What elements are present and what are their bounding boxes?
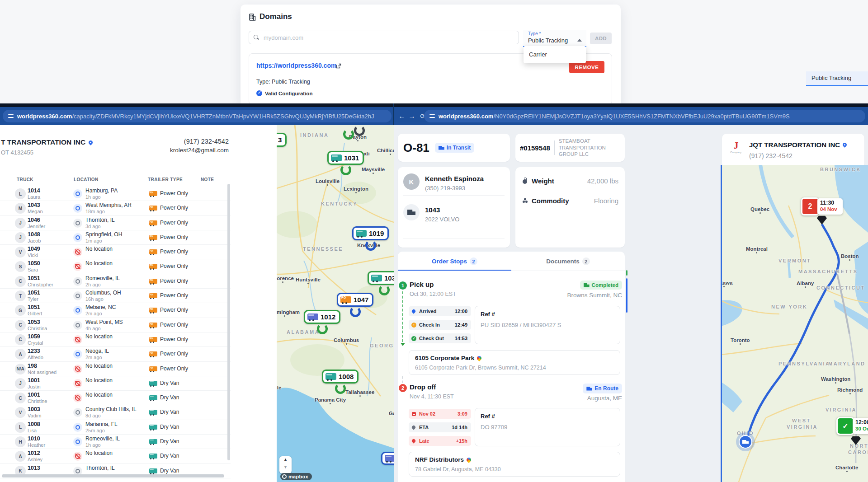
marker-pointer	[317, 323, 328, 334]
caret-up-icon	[577, 39, 582, 42]
truck-marker[interactable]: 103	[368, 271, 394, 285]
table-row[interactable]: C 1051 Christopher Romeoville, IL 2h ago…	[0, 274, 231, 289]
site-settings-icon[interactable]	[429, 113, 435, 119]
divider	[554, 140, 555, 155]
truck-marker[interactable]: 1031	[327, 151, 364, 165]
horizontal-scrollbar[interactable]	[2, 474, 224, 477]
zoom-out-button[interactable]	[279, 465, 292, 473]
load-details-card: Weight 42,000 lbs Commodity Flooring	[515, 167, 625, 248]
dropoff-place-card: NRF Distributors 78 Gabriel Dr, Augusta,…	[409, 452, 620, 477]
dropoff-eta-tooltip: 11:30 04 Nov	[817, 198, 843, 215]
dropoff-map-marker[interactable]: 2	[801, 197, 819, 215]
left-address-bar[interactable]: worldpress360.com/capacity/ZDFkMVRkcy1MY…	[3, 110, 392, 122]
table-row[interactable]: M 1043 Megan West Memphis, AR 18m ago Po…	[0, 201, 231, 215]
order-id: O-81	[403, 141, 429, 155]
table-row[interactable]: A 1233 Alfredo Neoga, IL 2m ago Power On…	[0, 347, 231, 361]
dropoff-city: Augusta, ME	[587, 395, 622, 402]
state-label: VIRGINIA	[826, 407, 857, 412]
location-pin-icon[interactable]	[842, 142, 848, 148]
marker-pointer	[343, 129, 354, 140]
truck-marker[interactable]: 1008	[322, 370, 359, 384]
state-label: ALABAMA	[287, 329, 320, 335]
location-status-icon	[73, 423, 82, 432]
table-row[interactable]: J 1001 Justin No location Dry Van	[0, 376, 231, 391]
scroll-indicator-blue[interactable]	[626, 278, 627, 313]
type-select[interactable]: Type * Public Tracking	[523, 30, 586, 47]
weight-value: 42,000 lbs	[587, 177, 618, 185]
driver-name: Jacob	[28, 238, 41, 244]
table-row[interactable]: J 1048 Jacob Springfield, OH 1m ago Powe…	[0, 230, 231, 245]
state-label: INDIANA	[300, 132, 329, 138]
truck-marker[interactable]: 3	[277, 133, 287, 147]
table-row[interactable]: H 1010 Heather Romeoville, IL 1h ago Dry…	[0, 435, 231, 449]
order-stops-panel[interactable]: Order Stops 2 Documents 2 1 Pick up Oct …	[398, 252, 625, 482]
pickup-completed-marker[interactable]	[836, 417, 854, 435]
table-row[interactable]: V 1049 Vicki No location Power Only	[0, 245, 231, 259]
location-status-icon	[73, 248, 82, 257]
truck-number: 1233	[28, 348, 40, 355]
add-button[interactable]: ADD	[590, 33, 612, 44]
site-settings-icon[interactable]	[8, 113, 14, 119]
table-row[interactable]: V 1003 Vadim Country Club Hills, IL 8d a…	[0, 405, 231, 420]
table-row[interactable]: C 1001 Christine No location Dry Van	[0, 391, 231, 405]
trailer-type: Dry Van	[160, 424, 179, 430]
type-menu-item[interactable]: Carrier	[524, 48, 586, 61]
table-row[interactable]: C 1053 Christina West Point, MS 4h ago P…	[0, 318, 231, 332]
google-maps-icon[interactable]	[466, 456, 472, 463]
carrier-logo-letter: J	[728, 140, 744, 151]
place-name: 6105 Corporate Park	[415, 355, 481, 361]
avatar: L	[15, 422, 26, 433]
search-input[interactable]	[263, 34, 514, 42]
left-url-path: /capacity/ZDFkMVRkcy1MYjdCVjlhYUkxeVQ1VH…	[72, 113, 374, 120]
truck-marker[interactable]: 1019	[352, 226, 389, 240]
external-link-icon[interactable]	[336, 62, 341, 68]
capacity-panel: T TRANSPORTATION INC OT 4132455 (917) 23…	[0, 125, 277, 482]
table-row[interactable]: N/A 198 Not assigned No location Power O…	[0, 362, 231, 376]
domain-search[interactable]	[249, 31, 519, 44]
right-address-bar[interactable]: worldpress360.com/N0Y0dGpzREllY1NEMjJsOV…	[424, 110, 865, 122]
pickup-title: Pick up	[410, 281, 434, 288]
truck-marker[interactable]	[381, 452, 394, 465]
dropoff-number: 2	[399, 384, 407, 392]
driver-name: Gilbert	[28, 311, 42, 317]
vertical-scrollbar[interactable]	[227, 184, 230, 460]
table-row[interactable]: G 1051 Gilbert Mebane, NC 2m ago Power O…	[0, 303, 231, 318]
place-name-text: NRF Distributors	[415, 456, 464, 463]
avatar: M	[15, 203, 26, 214]
truck-marker[interactable]: 1012	[304, 310, 340, 324]
back-button[interactable]	[398, 112, 406, 120]
truck-position-marker[interactable]	[739, 435, 752, 449]
order-id-card: O-81 In Transit	[398, 134, 510, 162]
status-value: +15h	[456, 438, 467, 444]
driver-name: Alfredo	[28, 355, 43, 360]
table-row[interactable]: L 1014 Laura Hamburg, PA 1h ago Power On…	[0, 187, 231, 201]
table-row[interactable]: C 1059 Crystal No location Power Only	[0, 332, 231, 347]
google-maps-icon[interactable]	[476, 355, 482, 361]
status-label: Late	[419, 438, 429, 444]
table-row[interactable]: T 1051 Tyler Columbus, OH 16h ago Power …	[0, 289, 231, 303]
type-menu-item[interactable]: Public Tracking	[806, 71, 868, 86]
column-header: LOCATION	[74, 177, 99, 182]
status-row: Arrived 12:00	[409, 306, 471, 316]
state-label: VIRGINIA	[787, 424, 818, 430]
tab-order-stops[interactable]: Order Stops 2	[398, 257, 511, 265]
route-map[interactable]: BRUNSWICKVERMONTMASSACHUSETTSCONNECTICUT…	[721, 165, 868, 482]
domain-link[interactable]: https://worldpress360.com	[256, 62, 336, 69]
table-row[interactable]: S 1050 Sara No location Power Only	[0, 259, 231, 274]
truck-marker-label: 3	[278, 136, 282, 144]
tab-documents[interactable]: Documents 2	[511, 257, 625, 265]
trailer-type-icon	[149, 439, 157, 444]
avatar: T	[15, 290, 26, 301]
fleet-map[interactable]: INDIANAKENTUCKYTENNESSEEALABAMAGEORGIA D…	[277, 125, 394, 482]
table-row[interactable]: J 1046 Jennifer Thornton, IL 3d ago Powe…	[0, 216, 231, 230]
forward-button[interactable]	[408, 112, 416, 120]
city-label: Lexington	[344, 186, 368, 192]
trailer-type: Power Only	[160, 248, 188, 255]
truck-marker[interactable]: 1047	[337, 293, 373, 307]
truck-marker-label: 1031	[344, 154, 359, 162]
table-row[interactable]: A 1012 Ashley No location Dry Van	[0, 449, 231, 463]
carrier-name: JQT TRANSPORTATION INC	[749, 141, 847, 149]
city-label: Boston	[841, 253, 859, 259]
table-row[interactable]: L 1008 Lisa Marianna, FL 25m ago Dry Van	[0, 420, 231, 435]
marker-pointer	[350, 306, 361, 317]
